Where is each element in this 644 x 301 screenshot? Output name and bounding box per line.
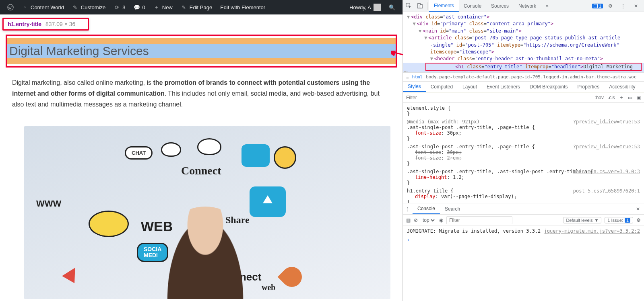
intro-paragraph: Digital marketing, also called online ma… xyxy=(12,77,390,110)
console-filter-input[interactable] xyxy=(446,216,512,224)
tab-console[interactable]: Console xyxy=(459,0,486,12)
console-context-select[interactable]: top xyxy=(421,217,436,223)
console-settings[interactable]: ⚙ xyxy=(636,217,641,223)
rule-selector[interactable]: element.style { xyxy=(407,105,450,111)
crumb-ellipsis[interactable]: … xyxy=(406,74,409,80)
css-rule[interactable]: main.min.cs…ver=3.9.0:3.ast-single-post … xyxy=(407,169,640,186)
styles-sidebar-toggle[interactable]: ▣ xyxy=(636,95,641,100)
updates-link[interactable]: ⟳3 xyxy=(109,0,129,14)
doodle-www: WWW xyxy=(36,199,61,209)
console-issues-pill[interactable]: 1 Issue: 1 xyxy=(605,217,633,223)
devtools-panel: Elements Console Sources Network » 1 ⚙ ⋮… xyxy=(402,0,644,301)
plus-icon: ＋ xyxy=(153,4,160,10)
dom-breadcrumb[interactable]: … html body.page-template-default.page.p… xyxy=(403,72,644,81)
edit-page-link[interactable]: ✎Edit Page xyxy=(177,0,216,14)
rule-source-link[interactable]: post-5.css?…658997620:1 xyxy=(573,188,640,194)
issues-badge-count: 1 xyxy=(599,4,601,8)
subtab-computed[interactable]: Computed xyxy=(426,82,458,92)
avatar xyxy=(374,4,381,11)
tab-more[interactable]: » xyxy=(541,0,553,12)
subtab-styles[interactable]: Styles xyxy=(403,82,426,92)
crumb-html[interactable]: html xyxy=(412,74,423,80)
rule-source-link[interactable]: main.min.cs…ver=3.9.0:3 xyxy=(573,169,640,174)
styles-subtabs: Styles Computed Layout Event Listeners D… xyxy=(403,81,644,92)
selected-dom-node[interactable]: <h1 class="entry-title" itemprop="headli… xyxy=(425,63,642,71)
rule-source-link[interactable]: ?preview_id…iew=true:53 xyxy=(573,119,640,125)
tab-elements[interactable]: Elements xyxy=(429,0,459,12)
cls-toggle[interactable]: .cls xyxy=(608,95,615,100)
console-body[interactable]: jquery-migrate.min.js?ver=3.3.2:2 JQMIGR… xyxy=(403,226,644,301)
console-message-source[interactable]: jquery-migrate.min.js?ver=3.3.2:2 xyxy=(544,228,640,234)
console-prompt[interactable]: › xyxy=(407,237,410,243)
subtab-layout[interactable]: Layout xyxy=(458,82,482,92)
refresh-icon: ⟳ xyxy=(114,4,120,10)
search-toggle[interactable]: 🔍 xyxy=(385,0,399,14)
doodle-rocket xyxy=(278,262,306,291)
customize-link[interactable]: ✎Customize xyxy=(68,0,109,14)
updates-count: 3 xyxy=(122,4,125,10)
svg-rect-6 xyxy=(594,4,597,8)
doodle-connect: Connect xyxy=(181,164,221,177)
drawer-kebab[interactable]: ⋮ xyxy=(403,206,413,212)
drawer-tab-search[interactable]: Search xyxy=(440,203,465,214)
close-devtools[interactable]: ✕ xyxy=(630,0,642,12)
inspect-dimensions: 837.09 × 36 xyxy=(45,21,75,27)
subtab-dom-breakpoints[interactable]: DOM Breakpoints xyxy=(525,82,573,92)
crumb-body[interactable]: body.page-template-default.page.page-id-… xyxy=(426,74,636,80)
console-toolbar: ▥ ⊘ top ◉ Default levels ▼ 1 Issue: 1 ⚙ xyxy=(403,215,644,226)
subtab-properties[interactable]: Properties xyxy=(573,82,605,92)
rule-source-link[interactable]: ?preview_id…iew=true:53 xyxy=(573,144,640,149)
doodle-arrow-red xyxy=(62,264,81,283)
new-link[interactable]: ＋New xyxy=(149,0,177,14)
drawer-close[interactable]: ✕ xyxy=(632,206,644,212)
computed-toggle-icon[interactable]: ▭ xyxy=(628,95,632,100)
console-eye-icon[interactable]: ◉ xyxy=(439,217,443,223)
dom-tree[interactable]: ▼<div class="ast-container"> ▼<div id="p… xyxy=(403,12,644,72)
wp-admin-bar: ⌂Content World ✎Customize ⟳3 💬0 ＋New ✎Ed… xyxy=(0,0,402,14)
site-name[interactable]: ⌂Content World xyxy=(18,0,68,14)
kebab-menu[interactable]: ⋮ xyxy=(617,0,629,12)
wp-logo[interactable] xyxy=(3,0,18,14)
css-rule[interactable]: post-5.css?…658997620:1h1.entry-title { … xyxy=(407,188,640,203)
settings-button[interactable]: ⚙ xyxy=(605,0,616,12)
dom-gutter-ellipsis[interactable]: ⋯ xyxy=(404,67,408,72)
pencil-icon: ✎ xyxy=(181,4,187,10)
console-levels[interactable]: Default levels ▼ xyxy=(563,217,601,223)
console-message: jquery-migrate.min.js?ver=3.3.2:2 JQMIGR… xyxy=(407,228,640,234)
doodle-bubble-blue xyxy=(242,144,270,167)
device-toolbar-button[interactable] xyxy=(414,0,425,12)
article-hero-image: CHAT Connect WWW WEB Share nnect web SOC… xyxy=(24,126,390,299)
edit-page-label: Edit Page xyxy=(190,4,212,10)
console-sidebar-toggle[interactable]: ▥ xyxy=(406,217,411,223)
css-rule[interactable]: ?preview_id…iew=true:53.ast-single-post … xyxy=(407,144,640,166)
inspect-tooltip: h1.entry-title 837.09 × 36 xyxy=(2,18,89,31)
css-rule[interactable]: @media (max-width: 921px)?preview_id…iew… xyxy=(407,119,640,141)
doodle-cloud-upload xyxy=(250,186,286,217)
tab-sources[interactable]: Sources xyxy=(486,0,514,12)
drawer-tab-console[interactable]: Console xyxy=(413,203,440,214)
inspect-element-button[interactable] xyxy=(403,0,414,12)
intro-text-before: Digital marketing, also called online ma… xyxy=(12,79,153,86)
edit-elementor-link[interactable]: Edit with Elementor xyxy=(216,0,269,14)
tab-network[interactable]: Network xyxy=(514,0,541,12)
comments-link[interactable]: 💬0 xyxy=(130,0,149,14)
console-clear[interactable]: ⊘ xyxy=(414,217,418,223)
page-title: Digital Marketing Services xyxy=(7,44,396,58)
inspect-selector: h1.entry-title xyxy=(8,21,41,27)
styles-rules[interactable]: element.style {} @media (max-width: 921p… xyxy=(403,103,644,203)
subtab-event-listeners[interactable]: Event Listeners xyxy=(482,82,525,92)
article-content: Digital marketing, also called online ma… xyxy=(12,77,390,110)
doodle-chat: CHAT xyxy=(125,146,153,160)
issues-badge[interactable]: 1 xyxy=(592,4,603,8)
rule-element-style: element.style {} xyxy=(407,105,640,117)
console-message-text: JQMIGRATE: Migrate is installed, version… xyxy=(407,228,541,234)
svg-rect-4 xyxy=(420,5,423,8)
styles-filter-input[interactable] xyxy=(403,95,548,100)
subtab-accessibility[interactable]: Accessibility xyxy=(604,82,640,92)
new-style-rule[interactable]: ＋ xyxy=(619,94,624,101)
wordpress-icon xyxy=(7,4,14,10)
doodle-web-small: web xyxy=(262,283,275,292)
howdy-label: Howdy, A xyxy=(349,4,371,10)
howdy-user[interactable]: Howdy, A xyxy=(345,0,385,14)
hov-toggle[interactable]: :hov xyxy=(594,95,604,100)
